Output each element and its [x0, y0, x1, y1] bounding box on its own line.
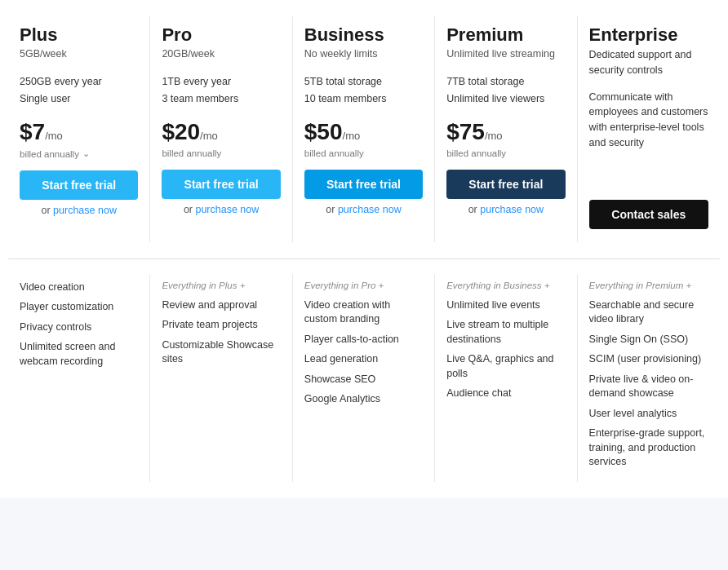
plan-price-plus: $7/mo: [20, 119, 138, 145]
feature-item-0-1: Player customization: [20, 300, 138, 315]
btn-enterprise[interactable]: Contact sales: [589, 200, 708, 229]
price-amount: $20: [162, 119, 200, 144]
plan-col-enterprise: Enterprise Dedicated support and securit…: [578, 16, 720, 242]
feature-item-2-0: Video creation with custom branding: [304, 298, 423, 327]
feature-item-4-3: Private live & video on-demand showcase: [589, 373, 708, 401]
price-amount: $7: [20, 119, 45, 144]
purchase-link-plus: or purchase now: [20, 205, 138, 216]
feature-item-2-3: Showcase SEO: [304, 373, 423, 387]
plan-subtitle-pro: 20GB/week: [162, 47, 280, 62]
plan-col-business: Business No weekly limits 5TB total stor…: [293, 16, 435, 242]
plan-subtitle-premium: Unlimited live streaming: [446, 47, 565, 62]
feature-item-3-2: Live Q&A, graphics and polls: [446, 352, 565, 381]
price-billing-plus: billed annually ⌄: [20, 148, 138, 159]
plan-name-business: Business: [304, 24, 423, 46]
feature-item-1-2: Customizable Showcase sites: [162, 338, 280, 367]
feature-item-1-1: Private team projects: [162, 318, 280, 333]
purchase-now-pro[interactable]: purchase now: [195, 204, 259, 215]
feature-item-4-5: Enterprise-grade support, training, and …: [589, 426, 708, 470]
btn-trial-business[interactable]: Start free trial: [304, 170, 423, 199]
plan-subtitle-plus: 5GB/week: [20, 47, 138, 62]
feature-col-2: Everything in Pro +Video creation with c…: [293, 274, 435, 482]
plan-subtitle-business: No weekly limits: [304, 47, 423, 62]
feature-item-1-0: Review and approval: [162, 298, 280, 313]
enterprise-desc1: Dedicated support and security controls: [589, 47, 708, 78]
price-period: /mo: [343, 130, 361, 142]
feature-col-0: Video creationPlayer customizationPrivac…: [8, 274, 150, 482]
feature-item-0-2: Privacy controls: [20, 320, 138, 335]
price-amount: $50: [304, 119, 343, 144]
feature-col-3: Everything in Business +Unlimited live e…: [435, 274, 577, 482]
feature-header-3: Everything in Business +: [446, 281, 565, 290]
plan-details-premium: 7TB total storageUnlimited live viewers: [446, 73, 565, 108]
purchase-link-premium: or purchase now: [446, 204, 565, 215]
btn-trial-pro[interactable]: Start free trial: [162, 170, 280, 199]
plan-col-pro: Pro 20GB/week 1TB every year3 team membe…: [150, 16, 292, 242]
plan-col-plus: Plus 5GB/week 250GB every yearSingle use…: [8, 16, 150, 242]
feature-item-4-1: Single Sign On (SSO): [589, 333, 708, 347]
feature-item-2-2: Lead generation: [304, 352, 423, 367]
btn-trial-premium[interactable]: Start free trial: [446, 170, 565, 199]
billing-dropdown[interactable]: ⌄: [82, 148, 90, 159]
purchase-link-pro: or purchase now: [162, 204, 280, 215]
purchase-now-plus[interactable]: purchase now: [53, 205, 117, 216]
plan-price-pro: $20/mo: [162, 119, 280, 145]
plan-details-business: 5TB total storage10 team members: [304, 73, 423, 108]
feature-item-4-0: Searchable and secure video library: [589, 298, 708, 327]
feature-header-2: Everything in Pro +: [304, 281, 423, 290]
plans-grid: Plus 5GB/week 250GB every yearSingle use…: [8, 16, 720, 259]
feature-item-3-3: Audience chat: [446, 387, 565, 401]
feature-item-4-2: SCIM (user provisioning): [589, 352, 708, 367]
plan-name-enterprise: Enterprise: [589, 24, 708, 46]
plan-name-plus: Plus: [20, 24, 138, 46]
feature-item-3-1: Live stream to multiple destinations: [446, 318, 565, 347]
feature-item-2-1: Player calls-to-action: [304, 333, 423, 347]
enterprise-desc2: Communicate with employees and customers…: [589, 90, 708, 151]
price-billing-business: billed annually: [304, 148, 423, 158]
price-period: /mo: [485, 130, 503, 142]
feature-item-4-4: User level analytics: [589, 407, 708, 422]
feature-header-4: Everything in Premium +: [589, 281, 708, 290]
purchase-now-premium[interactable]: purchase now: [480, 204, 544, 215]
purchase-now-business[interactable]: purchase now: [338, 204, 402, 215]
feature-col-4: Everything in Premium +Searchable and se…: [578, 274, 720, 482]
feature-item-3-0: Unlimited live events: [446, 298, 565, 313]
feature-col-1: Everything in Plus +Review and approvalP…: [150, 274, 292, 482]
pricing-page: Plus 5GB/week 250GB every yearSingle use…: [0, 0, 728, 498]
plan-col-premium: Premium Unlimited live streaming 7TB tot…: [435, 16, 577, 242]
plan-details-plus: 250GB every yearSingle user: [20, 73, 138, 108]
feature-header-1: Everything in Plus +: [162, 281, 280, 290]
btn-trial-plus[interactable]: Start free trial: [20, 170, 138, 200]
plan-name-pro: Pro: [162, 24, 280, 46]
plan-details-pro: 1TB every year3 team members: [162, 73, 280, 108]
price-billing-premium: billed annually: [446, 148, 565, 158]
price-amount: $75: [446, 119, 485, 144]
price-period: /mo: [200, 130, 218, 142]
price-period: /mo: [45, 130, 63, 142]
price-billing-pro: billed annually: [162, 148, 280, 158]
features-grid: Video creationPlayer customizationPrivac…: [8, 259, 720, 482]
feature-item-0-3: Unlimited screen and webcam recording: [20, 340, 138, 369]
feature-item-2-4: Google Analytics: [304, 392, 423, 407]
purchase-link-business: or purchase now: [304, 204, 423, 215]
plan-price-premium: $75/mo: [446, 119, 565, 145]
plan-price-business: $50/mo: [304, 119, 423, 145]
feature-item-0-0: Video creation: [20, 281, 138, 295]
plan-name-premium: Premium: [446, 24, 565, 46]
